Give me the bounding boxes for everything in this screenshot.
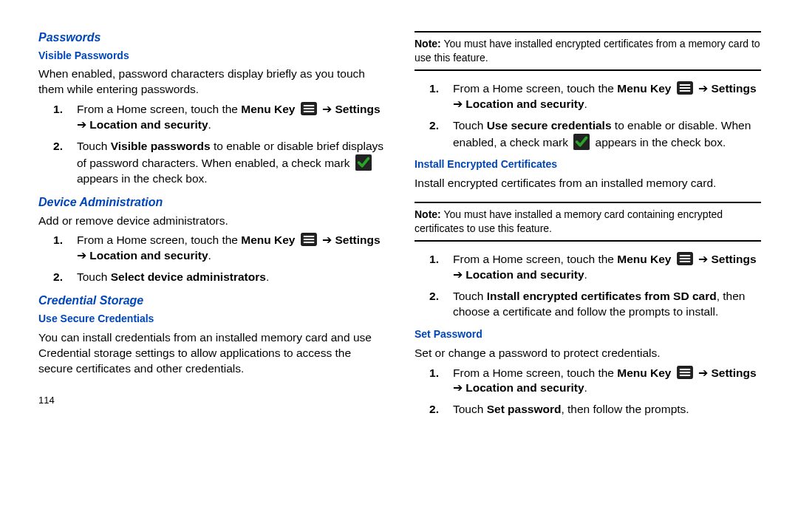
set-password-intro: Set or change a password to protect cred… [415,346,761,361]
page-number: 114 [38,394,385,407]
subsection-install-encrypted: Install Encrypted Certificates [415,157,761,171]
menu-key-icon [677,252,693,265]
us-step-1: From a Home screen, touch the Menu Key ➔… [450,81,761,112]
subsection-set-password: Set Password [415,327,761,341]
vp-step-2: Touch Visible passwords to enable or dis… [74,139,385,187]
menu-key-icon [677,366,693,379]
subsection-visible-passwords: Visible Passwords [38,49,385,63]
ie-step-1: From a Home screen, touch the Menu Key ➔… [450,252,761,283]
use-secure-intro: You can install credentials from an inst… [38,330,385,377]
note-use-secure: Note: You must have installed encrypted … [415,31,761,71]
ie-step-2: Touch Install encrypted certificates fro… [450,289,761,320]
sp-step-2: Touch Set password, then follow the prom… [450,402,761,417]
menu-key-icon [301,102,317,115]
da-step-1: From a Home screen, touch the Menu Key ➔… [74,233,385,264]
da-step-2: Touch Select device administrators. [74,270,385,285]
note-install-enc: Note: You must have installed a memory c… [415,202,761,242]
check-icon [573,134,590,150]
visible-passwords-intro: When enabled, password characters displa… [38,66,385,98]
check-icon [355,154,372,171]
subsection-use-secure-credentials: Use Secure Credentials [38,312,385,326]
section-passwords: Passwords [38,30,385,46]
section-credential-storage: Credential Storage [38,293,385,309]
sp-step-1: From a Home screen, touch the Menu Key ➔… [450,366,761,397]
vp-step-1: From a Home screen, touch the Menu Key ➔… [74,102,385,133]
menu-key-icon [677,81,693,95]
install-enc-intro: Install encrypted certificates from an i… [415,176,761,191]
section-device-admin: Device Administration [38,194,385,211]
device-admin-intro: Add or remove device administrators. [38,214,385,229]
menu-key-icon [301,233,317,246]
us-step-2: Touch Use secure credentials to enable o… [450,118,761,151]
